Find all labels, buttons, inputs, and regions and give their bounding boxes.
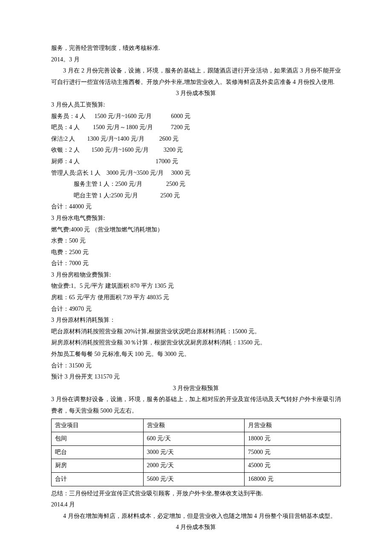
- table-cell: 吧台: [52, 445, 144, 459]
- table-header-row: 营业项目 营业额 月营业额: [52, 419, 341, 432]
- salary-line: 管理人员:店长 1 人 3000 元/月~3500 元/月 3000 元: [51, 168, 341, 179]
- table-header-cell: 营业额: [143, 419, 244, 432]
- utility-line: 水费：500 元: [51, 235, 341, 247]
- table-cell: 75000 元: [245, 445, 341, 459]
- paragraph: 3 月在 2 月份完善设备，设施，环境，服务的基础上，跟随酒店进行开业活动，如果…: [51, 65, 341, 88]
- table-cell: 18000 元: [245, 432, 341, 446]
- date-heading: 2014。3 月: [51, 54, 341, 66]
- utility-total: 合计：7000 元: [51, 258, 341, 269]
- table-cell: 2000 元/天: [143, 459, 244, 473]
- salary-line: 厨师：4 人 17000 元: [51, 156, 341, 168]
- summary-paragraph: 总结：三月份经过开业宣传正式营业吸引顾客，开放户外卡坐,整体收支达到平衡.: [51, 488, 341, 500]
- table-header-cell: 月营业额: [245, 419, 341, 432]
- table-cell: 包间: [52, 432, 144, 446]
- section-title-cost-budget-april: 4 月份成本预算: [51, 522, 341, 533]
- rent-line: 物业费:1。5 元/平方 建筑面积 870 平方 1305 元: [51, 280, 341, 292]
- table-cell: 168000 元: [245, 472, 341, 486]
- material-line: 外加员工餐每餐 50 元标准,每天 100 元。每 3000 元。: [51, 349, 341, 360]
- subsection-salary: 3 月份人员工资预算:: [51, 99, 341, 111]
- material-total: 合计：31500 元: [51, 360, 341, 372]
- table-row: 吧台 3000 元/天 75000 元: [52, 445, 341, 459]
- salary-line: 吧台主管 1 人:2500 元/月 2500 元: [51, 190, 341, 202]
- table-row: 包间 600 元/天 18000 元: [52, 432, 341, 446]
- paragraph: 3 月份在调整好设备，设施，环境，服务的基础上，加上相对应的开业及宣传活动及天气…: [51, 394, 341, 416]
- section-title-cost-budget-march: 3 月份成本预算: [51, 88, 341, 99]
- table-cell: 600 元/天: [143, 432, 244, 446]
- table-row: 厨房 2000 元/天 45000 元: [52, 459, 341, 473]
- salary-line: 保洁:2 人 1300 元/月~1400 元/月 2600 元: [51, 133, 341, 145]
- table-cell: 合计: [52, 472, 144, 486]
- salary-line: 收银：2 人 1500 元/月~1600 元/月 3200 元: [51, 145, 341, 156]
- subsection-materials: 3 月份原材料消耗预算：: [51, 315, 341, 326]
- date-heading: 2014.4 月: [51, 499, 341, 511]
- utility-line: 电费：2500 元: [51, 247, 341, 258]
- salary-line: 吧员：4 人 1500 元/月～1800 元/月 7200 元: [51, 122, 341, 133]
- expense-total: 预计 3 月份开支 131570 元: [51, 371, 341, 383]
- table-cell: 45000 元: [245, 459, 341, 473]
- salary-line: 服务员：4 人 1500 元/月~1600 元/月 6000 元: [51, 111, 341, 122]
- salary-line: 服务主管 1 人：2500 元/月 2500 元: [51, 179, 341, 190]
- paragraph: 服务，完善经营管理制度，绩效考核标准.: [51, 43, 341, 54]
- table-cell: 厨房: [52, 459, 144, 473]
- table-cell: 3000 元/天: [143, 445, 244, 459]
- utility-line: 燃气费:4000 元 （营业增加燃气消耗增加）: [51, 224, 341, 236]
- rent-line: 房租：65 元/平方 使用面积 739 平方 48035 元: [51, 292, 341, 304]
- subsection-utilities: 3 月份水电气费预算:: [51, 213, 341, 224]
- paragraph: 4 月份在增加海鲜店，原材料成本，必定增加，但是营业收入也随之增加 4 月份整个…: [51, 511, 341, 522]
- table-row: 合计 5600 元/天 168000 元: [52, 472, 341, 486]
- section-title-revenue-budget-march: 3 月份营业额预算: [51, 383, 341, 394]
- table-header-cell: 营业项目: [52, 419, 144, 432]
- table-cell: 5600 元/天: [143, 472, 244, 486]
- rent-total: 合计：49070 元: [51, 304, 341, 315]
- subsection-rent: 3 月份房租物业费预算:: [51, 269, 341, 281]
- revenue-table: 营业项目 营业额 月营业额 包间 600 元/天 18000 元 吧台 3000…: [51, 419, 341, 486]
- material-line: 厨房原材料消耗按照营业额 30％计算，根据营业状况厨房原材料消耗：13500 元…: [51, 337, 341, 349]
- salary-total: 合计：44000 元: [51, 201, 341, 213]
- material-line: 吧台原材料消耗按照营业额 20%计算,根据营业状况吧台原材料消耗：15000 元…: [51, 326, 341, 338]
